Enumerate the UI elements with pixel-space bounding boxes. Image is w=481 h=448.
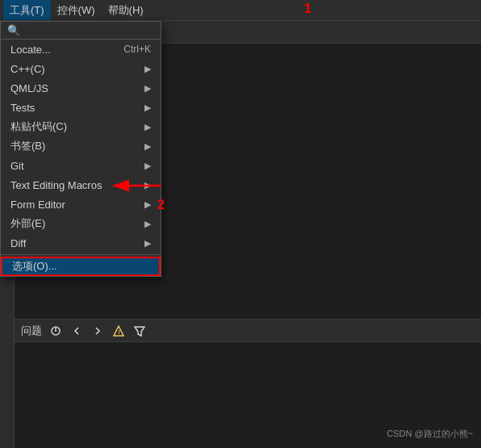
menubar: 工具(T) 控件(W) 帮助(H): [0, 0, 481, 21]
menu-item-form-editor[interactable]: Form Editor ▶: [1, 195, 161, 214]
menu-item-bookmarks[interactable]: 书签(B) ▶: [1, 136, 161, 156]
menu-item-tests[interactable]: Tests ▶: [1, 98, 161, 117]
svg-text:!: !: [119, 329, 120, 335]
menubar-controls[interactable]: 控件(W): [51, 0, 102, 20]
menubar-tools[interactable]: 工具(T): [3, 0, 51, 20]
build-icon[interactable]: [48, 324, 63, 338]
warning-icon[interactable]: !: [111, 324, 126, 338]
next-icon[interactable]: [90, 324, 105, 338]
menu-item-locate[interactable]: Locate... Ctrl+K: [1, 40, 161, 59]
svg-marker-4: [135, 327, 144, 336]
menu-search-row[interactable]: 🔍: [1, 22, 161, 40]
annotation-1: 1: [304, 2, 312, 16]
search-icon: 🔍: [7, 24, 20, 36]
watermark: CSDN @路过的小熊~: [387, 428, 473, 440]
bottom-panel-header: 问题 !: [15, 320, 481, 342]
tools-dropdown-menu: 🔍 Locate... Ctrl+K C++(C) ▶ QML/JS ▶ Tes…: [0, 21, 161, 277]
menu-search-input[interactable]: [25, 24, 122, 36]
prev-icon[interactable]: [69, 324, 84, 338]
menu-item-cpp[interactable]: C++(C) ▶: [1, 59, 161, 78]
menu-item-diff[interactable]: Diff ▶: [1, 233, 161, 253]
panel-title: 问题: [21, 324, 42, 338]
menubar-help[interactable]: 帮助(H): [102, 0, 150, 20]
menu-item-paste-code[interactable]: 粘贴代码(C) ▶: [1, 117, 161, 136]
menu-item-qmljs[interactable]: QML/JS ▶: [1, 78, 161, 98]
tools-menu: 🔍 Locate... Ctrl+K C++(C) ▶ QML/JS ▶ Tes…: [0, 21, 161, 277]
menu-item-options[interactable]: 选项(O)...: [1, 257, 161, 276]
menu-item-git[interactable]: Git ▶: [1, 156, 161, 175]
menu-separator: [1, 254, 161, 255]
annotation-2: 2: [157, 198, 165, 212]
filter-icon[interactable]: [132, 324, 147, 338]
menu-item-external[interactable]: 外部(E) ▶: [1, 214, 161, 233]
menu-item-text-macros[interactable]: Text Editing Macros ▶: [1, 175, 161, 195]
